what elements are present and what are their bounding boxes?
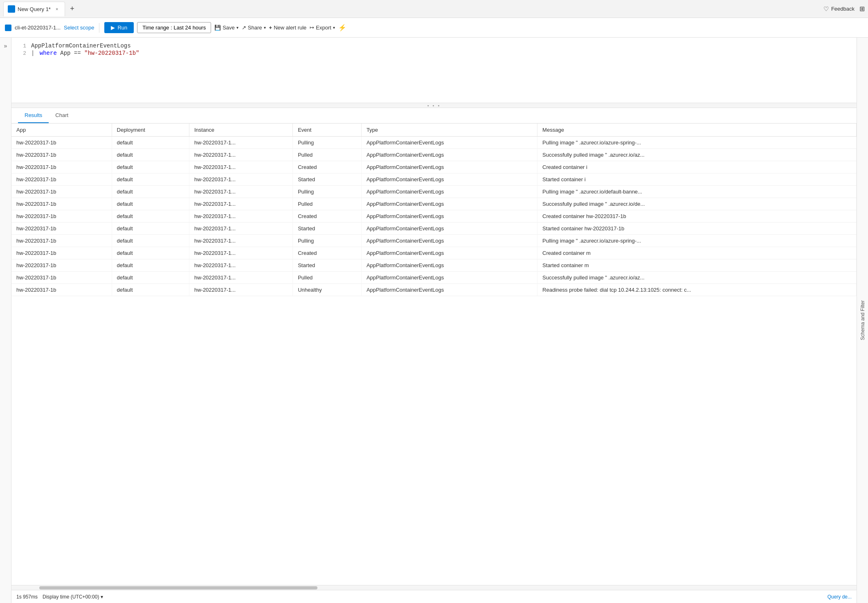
table-cell: Pulled — [293, 272, 362, 284]
right-sidebar-label: Schema and Filter — [860, 300, 866, 340]
heart-icon: ♡ — [823, 5, 829, 13]
table-cell: default — [112, 186, 189, 198]
table-cell: Started — [293, 259, 362, 272]
chevron-right-icon: » — [4, 43, 7, 49]
scrollbar-thumb — [39, 586, 317, 590]
table-cell: Created — [293, 161, 362, 173]
share-chevron-icon: ▾ — [264, 25, 266, 30]
table-row: hw-20220317-1bdefaulthw-20220317-1...Sta… — [11, 173, 857, 186]
table-cell: hw-20220317-1... — [189, 247, 292, 259]
save-icon: 💾 — [214, 25, 221, 31]
table-cell: hw-20220317-1... — [189, 198, 292, 210]
feedback-button[interactable]: ♡ Feedback — [823, 5, 855, 13]
table-cell: Created container hw-20220317-1b — [537, 210, 857, 223]
table-cell: hw-20220317-1b — [11, 137, 112, 149]
new-alert-plus-icon: + — [269, 25, 272, 31]
table-cell: hw-20220317-1b — [11, 210, 112, 223]
results-table-wrapper[interactable]: App Deployment Instance Event Type Messa… — [11, 124, 857, 585]
table-cell: Successfully pulled image " .azurecr.io/… — [537, 149, 857, 161]
table-cell: AppPlatformContainerEventLogs — [361, 149, 537, 161]
where-keyword: where — [40, 50, 57, 56]
table-cell: hw-20220317-1b — [11, 161, 112, 173]
export-button[interactable]: ↦ Export ▾ — [310, 25, 335, 31]
share-icon: ↗ — [242, 25, 246, 31]
status-bar: 1s 957ms Display time (UTC+00:00) ▾ Quer… — [11, 590, 857, 603]
query-tab[interactable]: New Query 1* × — [3, 2, 65, 16]
table-cell: Created — [293, 210, 362, 223]
table-cell: hw-20220317-1b — [11, 272, 112, 284]
table-row: hw-20220317-1bdefaulthw-20220317-1...Pul… — [11, 137, 857, 149]
table-cell: AppPlatformContainerEventLogs — [361, 173, 537, 186]
time-range-button[interactable]: Time range : Last 24 hours — [137, 22, 211, 33]
table-cell: hw-20220317-1... — [189, 259, 292, 272]
table-cell: Pulled — [293, 198, 362, 210]
export-icon: ↦ — [310, 25, 314, 31]
query-details-link[interactable]: Query de... — [828, 594, 852, 600]
query-editor[interactable]: 1 AppPlatformContainerEventLogs 2 | wher… — [11, 38, 857, 103]
new-alert-button[interactable]: + New alert rule — [269, 25, 307, 31]
new-alert-label: New alert rule — [274, 25, 306, 31]
tab-close-button[interactable]: × — [55, 7, 59, 11]
code-lines: 1 AppPlatformContainerEventLogs 2 | wher… — [18, 43, 850, 56]
table-cell: default — [112, 137, 189, 149]
table-row: hw-20220317-1bdefaulthw-20220317-1...Cre… — [11, 161, 857, 173]
table-cell: default — [112, 161, 189, 173]
table-cell: hw-20220317-1b — [11, 198, 112, 210]
table-cell: Pulling — [293, 186, 362, 198]
table-cell: Started container hw-20220317-1b — [537, 223, 857, 235]
new-tab-button[interactable]: + — [67, 4, 78, 13]
share-label: Share — [248, 25, 262, 31]
table-cell: Started container m — [537, 259, 857, 272]
table-cell: default — [112, 235, 189, 247]
table-cell: AppPlatformContainerEventLogs — [361, 210, 537, 223]
tab-right-actions: ♡ Feedback ⊞ — [823, 5, 865, 13]
results-tabs: Results Chart — [11, 108, 857, 124]
sidebar-toggle-button[interactable]: » — [0, 38, 11, 603]
run-button[interactable]: ▶ Run — [104, 22, 134, 33]
grid-settings-icon[interactable]: ⊞ — [859, 5, 865, 13]
table-cell: Created container i — [537, 161, 857, 173]
share-button[interactable]: ↗ Share ▾ — [242, 25, 266, 31]
tab-chart[interactable]: Chart — [49, 108, 75, 123]
table-cell: hw-20220317-1... — [189, 137, 292, 149]
horizontal-scrollbar[interactable] — [11, 585, 857, 590]
filter-icon: ⚡ — [338, 24, 346, 31]
table-cell: hw-20220317-1b — [11, 149, 112, 161]
azure-icon — [8, 5, 15, 13]
table-cell: Pulling image " .azurecr.io/default-bann… — [537, 186, 857, 198]
table-cell: Created container m — [537, 247, 857, 259]
table-cell: default — [112, 198, 189, 210]
table-cell: AppPlatformContainerEventLogs — [361, 161, 537, 173]
table-cell: default — [112, 272, 189, 284]
table-cell: default — [112, 247, 189, 259]
table-cell: default — [112, 210, 189, 223]
feedback-label: Feedback — [831, 6, 855, 12]
line-number-1: 1 — [18, 43, 26, 49]
code-content-1: AppPlatformContainerEventLogs — [31, 43, 131, 49]
table-cell: hw-20220317-1b — [11, 284, 112, 296]
tab-results[interactable]: Results — [18, 108, 49, 123]
table-cell: hw-20220317-1... — [189, 223, 292, 235]
table-cell: hw-20220317-1... — [189, 161, 292, 173]
table-cell: default — [112, 223, 189, 235]
save-chevron-icon: ▾ — [236, 25, 238, 30]
table-cell: hw-20220317-1... — [189, 186, 292, 198]
table-cell: hw-20220317-1... — [189, 235, 292, 247]
display-time-button[interactable]: Display time (UTC+00:00) ▾ — [43, 594, 103, 600]
table-cell: Started container i — [537, 173, 857, 186]
run-icon: ▶ — [111, 25, 115, 31]
code-space: App == — [60, 50, 84, 56]
table-cell: default — [112, 149, 189, 161]
filter-icon-button[interactable]: ⚡ — [338, 24, 346, 32]
right-sidebar[interactable]: Schema and Filter — [857, 38, 868, 603]
table-cell: AppPlatformContainerEventLogs — [361, 137, 537, 149]
save-button[interactable]: 💾 Save ▾ — [214, 25, 238, 31]
table-cell: AppPlatformContainerEventLogs — [361, 284, 537, 296]
col-header-type: Type — [361, 124, 537, 137]
status-left: 1s 957ms Display time (UTC+00:00) ▾ — [16, 594, 103, 600]
table-cell: hw-20220317-1b — [11, 235, 112, 247]
scope-azure-icon — [5, 25, 11, 31]
col-header-event: Event — [293, 124, 362, 137]
resize-handle[interactable]: • • • — [11, 103, 857, 108]
select-scope-button[interactable]: Select scope — [64, 25, 94, 31]
